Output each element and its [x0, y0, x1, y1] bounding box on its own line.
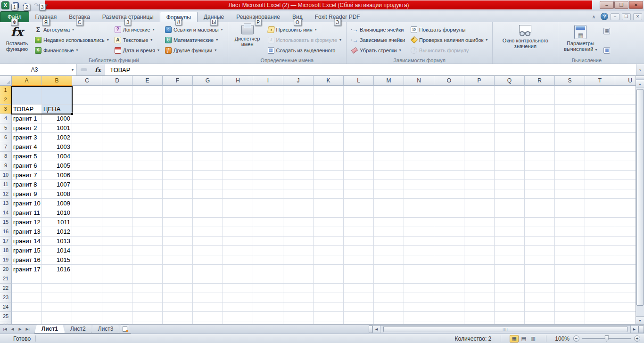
cell-F5[interactable] — [163, 123, 193, 133]
cell-J24[interactable] — [283, 302, 314, 312]
cell-Q16[interactable] — [495, 227, 525, 237]
select-all-corner[interactable] — [0, 76, 12, 86]
cell-A7[interactable]: гранит 4 — [12, 142, 42, 152]
cell-R14[interactable] — [525, 208, 555, 218]
cell-E3[interactable] — [132, 105, 163, 114]
cell-G20[interactable] — [193, 265, 223, 274]
cell-G23[interactable] — [193, 293, 223, 302]
column-header-T[interactable]: T — [585, 76, 615, 86]
cell-R11[interactable] — [525, 180, 555, 189]
cell-U25[interactable] — [615, 312, 636, 321]
cell-C22[interactable] — [72, 284, 102, 293]
cell-K5[interactable] — [314, 123, 344, 133]
cell-I18[interactable] — [253, 246, 283, 255]
cell-M7[interactable] — [374, 142, 404, 152]
cell-K4[interactable] — [314, 114, 344, 123]
cell-S15[interactable] — [555, 218, 585, 227]
cell-U7[interactable] — [615, 142, 636, 152]
cell-D24[interactable] — [102, 302, 132, 312]
cell-P24[interactable] — [464, 302, 495, 312]
cell-U16[interactable] — [615, 227, 636, 237]
cell-K16[interactable] — [314, 227, 344, 237]
cell-D12[interactable] — [102, 189, 132, 199]
cell-E19[interactable] — [132, 255, 163, 265]
cell-O25[interactable] — [434, 312, 464, 321]
cell-A22[interactable] — [12, 284, 42, 293]
cell-K22[interactable] — [314, 284, 344, 293]
cell-D4[interactable] — [102, 114, 132, 123]
cell-N23[interactable] — [404, 293, 434, 302]
cell-H12[interactable] — [223, 189, 253, 199]
cell-I5[interactable] — [253, 123, 283, 133]
cell-F2[interactable] — [163, 95, 193, 105]
cell-A25[interactable] — [12, 312, 42, 321]
cell-A6[interactable]: гранит 3 — [12, 133, 42, 142]
cell-C17[interactable] — [72, 237, 102, 246]
cell-M16[interactable] — [374, 227, 404, 237]
restore-button[interactable]: ❐ — [614, 1, 628, 9]
cell-I21[interactable] — [253, 274, 283, 284]
cell-O5[interactable] — [434, 123, 464, 133]
cell-A9[interactable]: гранит 6 — [12, 161, 42, 171]
cell-U10[interactable] — [615, 171, 636, 180]
cell-O2[interactable] — [434, 95, 464, 105]
cell-R9[interactable] — [525, 161, 555, 171]
cell-C15[interactable] — [72, 218, 102, 227]
cell-C11[interactable] — [72, 180, 102, 189]
cell-S2[interactable] — [555, 95, 585, 105]
cell-J4[interactable] — [283, 114, 314, 123]
cell-T9[interactable] — [585, 161, 615, 171]
expand-formula-bar-button[interactable]: ˅ — [636, 64, 644, 75]
cell-O12[interactable] — [434, 189, 464, 199]
cell-B10[interactable]: 1006 — [42, 171, 72, 180]
cell-D6[interactable] — [102, 133, 132, 142]
column-header-L[interactable]: L — [344, 76, 374, 86]
cell-B7[interactable]: 1003 — [42, 142, 72, 152]
row-header-12[interactable]: 12 — [0, 189, 12, 199]
cell-S1[interactable] — [555, 86, 585, 95]
cell-K19[interactable] — [314, 255, 344, 265]
cell-T11[interactable] — [585, 180, 615, 189]
cell-G24[interactable] — [193, 302, 223, 312]
more-functions-button[interactable]: ƒДругие функции▾ — [163, 45, 225, 55]
cell-C14[interactable] — [72, 208, 102, 218]
cell-N3[interactable] — [404, 105, 434, 114]
cell-Q2[interactable] — [495, 95, 525, 105]
cell-N11[interactable] — [404, 180, 434, 189]
cell-R20[interactable] — [525, 265, 555, 274]
cell-U6[interactable] — [615, 133, 636, 142]
row-header-4[interactable]: 4 — [0, 114, 12, 123]
cell-N8[interactable] — [404, 152, 434, 161]
cell-Q6[interactable] — [495, 133, 525, 142]
cell-E9[interactable] — [132, 161, 163, 171]
cell-G2[interactable] — [193, 95, 223, 105]
cell-C10[interactable] — [72, 171, 102, 180]
cell-K1[interactable] — [314, 86, 344, 95]
cell-B3[interactable]: ЦЕНА — [42, 105, 72, 114]
cell-S8[interactable] — [555, 152, 585, 161]
cell-L18[interactable] — [344, 246, 374, 255]
cell-I22[interactable] — [253, 284, 283, 293]
cell-H1[interactable] — [223, 86, 253, 95]
cell-B2[interactable] — [42, 95, 72, 105]
cell-O20[interactable] — [434, 265, 464, 274]
cell-K6[interactable] — [314, 133, 344, 142]
cell-K10[interactable] — [314, 171, 344, 180]
cell-G17[interactable] — [193, 237, 223, 246]
cell-U22[interactable] — [615, 284, 636, 293]
cell-P25[interactable] — [464, 312, 495, 321]
cell-C3[interactable] — [72, 105, 102, 114]
column-header-S[interactable]: S — [555, 76, 585, 86]
cell-M24[interactable] — [374, 302, 404, 312]
cell-F17[interactable] — [163, 237, 193, 246]
cell-T12[interactable] — [585, 189, 615, 199]
sheet-tab-sheet3[interactable]: Лист3 — [91, 325, 121, 334]
cell-P16[interactable] — [464, 227, 495, 237]
cell-K9[interactable] — [314, 161, 344, 171]
cell-Q24[interactable] — [495, 302, 525, 312]
cell-F22[interactable] — [163, 284, 193, 293]
column-header-A[interactable]: A — [12, 76, 42, 86]
cell-H21[interactable] — [223, 274, 253, 284]
cell-M14[interactable] — [374, 208, 404, 218]
cell-R19[interactable] — [525, 255, 555, 265]
